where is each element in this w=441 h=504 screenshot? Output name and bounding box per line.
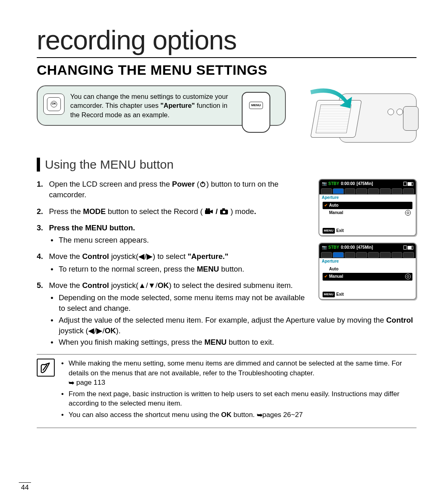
open-lcd-arrow-icon: [306, 86, 355, 111]
menu-btn-label: MENU: [249, 102, 263, 109]
t: joystick(◀/▶) to select: [109, 252, 187, 261]
subsection-title-text: Using the MENU button: [45, 158, 174, 172]
notes-block: While making the menu setting, some menu…: [37, 359, 416, 421]
t: button to select the Record (: [106, 207, 203, 216]
lcd-screenshot-1: 📷STBY 0:00:00 [475Min] Aperture ✔Auto ✔M…: [318, 179, 416, 236]
step-5-note-2: Adjust the value of the selected menu it…: [59, 315, 416, 337]
section-title: CHANGING THE MENU SETTINGS: [37, 62, 416, 78]
t: button.: [107, 223, 135, 232]
svg-point-3: [206, 208, 208, 210]
t: pages 26~27: [263, 411, 303, 419]
intro-panel: You can change the menu settings to cust…: [37, 85, 286, 126]
aperture-icon: [405, 210, 411, 216]
movie-mode-icon: [205, 208, 213, 215]
t: Press the: [49, 207, 83, 216]
lcd-menu-label: Aperture: [319, 194, 416, 202]
aperture-icon: [405, 274, 411, 279]
note-2: From the next page, basic instruction is…: [60, 389, 416, 408]
page-number: 44: [19, 482, 31, 492]
svg-rect-6: [223, 208, 225, 210]
page-ref-arrow-icon: ➥: [257, 410, 263, 420]
step-5-note-1: Depending on the mode selected, some men…: [59, 292, 416, 314]
lcd-row-auto: Auto: [329, 203, 339, 208]
step-2: Press the MODE button to select the Reco…: [37, 206, 306, 217]
t: button.: [219, 265, 244, 273]
t: To return to the normal screen, press th…: [59, 265, 197, 273]
step-5-note-3: When you finish making settings, press t…: [59, 337, 416, 348]
t: ) to select the desired submenu item.: [169, 281, 293, 290]
t: "Aperture.": [187, 252, 228, 261]
divider: [37, 428, 416, 428]
t: button.: [232, 411, 256, 419]
step-3: Press the MENU button. The menu screen a…: [37, 223, 306, 246]
lcd-menu-tag: MENU: [323, 228, 335, 233]
lcd-row-manual: Manual: [329, 210, 343, 216]
t: OK: [158, 281, 169, 290]
divider: [37, 354, 416, 355]
svg-point-4: [208, 208, 210, 210]
t: MENU: [197, 265, 219, 273]
t: button to exit.: [227, 338, 274, 346]
t: Control: [82, 252, 109, 261]
lcd-stby: STBY: [328, 245, 339, 250]
battery-icon: [403, 245, 413, 250]
t: MENU: [204, 338, 226, 346]
t: Move the: [49, 252, 82, 261]
step-3-note: The menu screen appears.: [59, 235, 306, 245]
t: OK: [105, 326, 116, 335]
t: /: [216, 207, 220, 216]
step-4-note: To return to the normal screen, press th…: [59, 264, 306, 274]
lcd-time: 0:00:00: [341, 181, 355, 187]
lcd-remain: [475Min]: [356, 245, 373, 250]
battery-icon: [403, 182, 413, 186]
lcd-exit: Exit: [336, 228, 344, 234]
joystick-ok-icon: [43, 94, 65, 115]
t: MODE: [83, 207, 106, 216]
subsection-title: Using the MENU button: [37, 158, 416, 172]
t: joystick (◀/▶/: [59, 326, 105, 335]
t: Power: [172, 180, 195, 188]
t: Open the LCD screen and press the: [49, 180, 172, 188]
t: .: [254, 207, 256, 216]
note-icon: [37, 359, 55, 377]
lcd-remain: [475Min]: [356, 181, 373, 187]
svg-rect-2: [205, 210, 211, 214]
t: When you finish making settings, press t…: [59, 338, 205, 346]
lcd-time: 0:00:00: [341, 245, 355, 250]
step-1: Open the LCD screen and press the Power …: [37, 179, 306, 201]
step-4: Move the Control joystick(◀/▶) to select…: [37, 251, 306, 274]
t: ): [206, 180, 211, 188]
t: ).: [116, 326, 120, 335]
t: joystick(▲/▼/: [109, 281, 158, 290]
t: OK: [221, 411, 232, 419]
t: Adjust the value of the selected menu it…: [59, 316, 386, 324]
power-icon: [199, 181, 206, 187]
t: MENU: [85, 223, 107, 232]
note-1: While making the menu setting, some menu…: [60, 359, 416, 387]
t: Control: [386, 316, 413, 324]
intro-bold: "Aperture": [160, 102, 195, 109]
lcd-menu-label: Aperture: [319, 258, 416, 265]
t: You can also access the shortcut menu us…: [69, 411, 221, 419]
t: Move the: [49, 281, 82, 290]
camcorder-diagram: [302, 85, 416, 151]
lcd-row-manual: Manual: [329, 274, 343, 279]
note-3: You can also access the shortcut menu us…: [60, 410, 416, 419]
lcd-screenshot-2: 📷STBY 0:00:00 [475Min] Aperture ✔Auto ✔M…: [318, 243, 416, 300]
intro-area: You can change the menu settings to cust…: [37, 85, 416, 153]
t: Control: [82, 281, 109, 290]
lcd-stby: STBY: [328, 181, 339, 187]
menu-button-diagram: MENU: [242, 92, 278, 133]
t: page 113: [76, 379, 105, 386]
t: While making the menu setting, some menu…: [69, 359, 402, 377]
chapter-title: recording options: [37, 25, 416, 58]
page-ref-arrow-icon: ➥: [69, 378, 74, 388]
step-5: Move the Control joystick(▲/▼/OK) to sel…: [37, 280, 306, 348]
t: Press the: [49, 223, 85, 232]
svg-point-7: [223, 210, 225, 213]
lcd-row-auto: Auto: [329, 266, 339, 272]
photo-mode-icon: [220, 208, 228, 215]
t: ) mode: [231, 207, 254, 216]
